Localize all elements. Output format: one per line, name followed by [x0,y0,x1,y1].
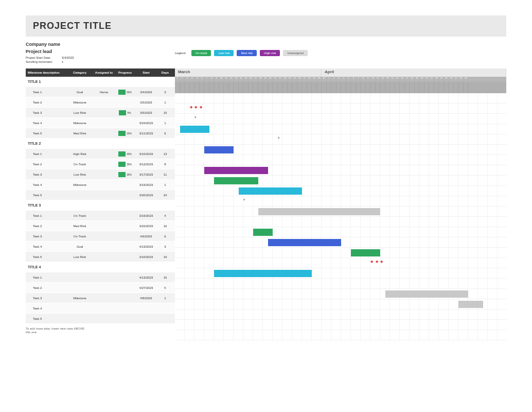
col-desc: Milestone description [26,71,67,74]
goal-marker-icon: ◆ [194,105,197,109]
gantt-row [175,320,506,330]
month-april: April [322,68,506,77]
table-row[interactable]: Task 1High Risk40%3/10/202313 [26,149,175,159]
goal-marker-icon: ◆ [200,105,202,109]
gantt-row [175,145,506,155]
col-start: Start [135,71,157,74]
gantt-row [175,186,506,196]
gantt-row [175,289,506,299]
legend: Legend: On track Low risk Med risk High … [175,42,308,64]
table-row[interactable]: Task 2Med Risk3/22/202316 [26,221,175,231]
group-row: TITLE 2 [26,139,175,149]
table-row[interactable]: Task 5Med Risk20%3/11/20236 [26,128,175,139]
legend-ontrack: On track [191,50,211,56]
legend-highrisk: High risk [260,50,280,56]
gantt-bar[interactable] [253,229,273,236]
gantt-row: ▾ [175,196,506,207]
gantt-row [175,207,506,217]
table-row[interactable]: Task 1On Track3/19/20234 [26,211,175,221]
gantt-row [175,93,506,104]
table-row[interactable]: Task 2On Track30%3/12/20238 [26,159,175,169]
gantt-row [175,124,506,134]
table-row[interactable]: Task 3Milestone4/8/20231 [26,293,175,303]
gantt-row [175,310,506,320]
day-header: 1234567891011121314151617181920212223242… [175,77,506,82]
table-row[interactable]: Task 4Milestone3/24/20231 [26,118,175,128]
milestone-icon: ▾ [278,136,280,140]
gantt-bar[interactable] [458,301,483,308]
gantt-bar[interactable] [239,187,303,195]
month-header: March April [175,68,506,77]
gantt-row [175,155,506,165]
table-row[interactable]: Task 3Low Risk30%3/17/202311 [26,169,175,180]
table-row[interactable]: Task 14/13/202315 [26,272,175,283]
goal-marker-icon: ◆ [380,260,383,264]
gantt-row: ▾ [175,114,506,124]
table-row[interactable]: Task 2Milestone3/5/20231 [26,97,175,108]
table-row[interactable]: Task 24/27/20235 [26,283,175,293]
group-row: TITLE 1 [26,77,175,87]
table-row[interactable]: Task 4Goal4/13/20233 [26,242,175,252]
col-progress: Progress [115,71,135,74]
project-lead: Project lead [26,49,175,54]
group-row: TITLE 3 [26,200,175,211]
gantt-row [175,279,506,289]
gantt-row: ▾ [175,134,506,145]
gantt-bar[interactable] [258,208,381,215]
gantt-row [175,227,506,237]
legend-label: Legend: [175,52,186,55]
gantt-row [175,330,506,340]
goal-marker-icon: ◆ [190,105,192,109]
gantt-row [175,237,506,248]
footer-note: To add more data, Insert new rows ABOVE … [26,327,87,334]
table-row[interactable]: Task 1GoalName50%3/4/20233 [26,87,175,97]
table-row[interactable]: Task 3Low Risk5%3/5/202310 [26,108,175,118]
goal-marker-icon: ◆ [370,260,373,264]
gantt-row [175,268,506,279]
table-header: Milestone description Category Assigned … [26,68,175,77]
col-category: Category [67,71,93,74]
table-row[interactable]: Task 5 [26,314,175,324]
gantt-row [175,248,506,258]
gantt-row [175,299,506,310]
gantt-bar[interactable] [204,146,234,153]
page-title: PROJECT TITLE [26,15,506,37]
table-row[interactable]: Task 4 [26,303,175,314]
gantt-row [175,217,506,227]
gantt-bar[interactable] [180,126,209,133]
table-row[interactable]: Task 4Milestone3/19/20231 [26,180,175,190]
gantt-row [175,176,506,186]
gantt-bar[interactable] [351,249,380,256]
sub-header [175,82,506,93]
group-row: TITLE 4 [26,262,175,272]
scroll-value: 1 [62,60,63,63]
gantt-row: ◆◆◆ [175,104,506,114]
gantt-bar[interactable] [214,270,312,277]
goal-marker-icon: ◆ [376,260,378,264]
legend-medrisk: Med risk [237,50,257,56]
gantt-bar[interactable] [385,290,469,298]
gantt-row: ◆◆◆ [175,258,506,268]
gantt-bar[interactable] [204,167,268,174]
col-days: Days [157,71,173,74]
table-row[interactable]: Task 5Low Risk3/10/202319 [26,252,175,262]
start-date-label: Project Start Date: [26,56,62,59]
col-assigned: Assigned to [93,71,115,74]
legend-unassigned: Unassigned [283,50,308,56]
start-date-value: 3/4/2023 [62,56,74,59]
table-row[interactable]: Task 53/20/202324 [26,190,175,200]
gantt-grid: ◆◆◆▾▾▾◆◆◆ [175,93,506,340]
gantt-bar[interactable] [214,177,258,184]
legend-lowrisk: Low risk [214,50,234,56]
scroll-label: Scrolling increment: [26,60,62,63]
gantt-row [175,165,506,176]
milestone-icon: ▾ [194,115,197,119]
milestone-icon: ▾ [243,198,245,202]
gantt-bar[interactable] [268,239,342,246]
month-march: March [175,68,322,77]
table-row[interactable]: Task 3On Track4/6/20236 [26,231,175,242]
company-name: Company name [26,42,175,47]
